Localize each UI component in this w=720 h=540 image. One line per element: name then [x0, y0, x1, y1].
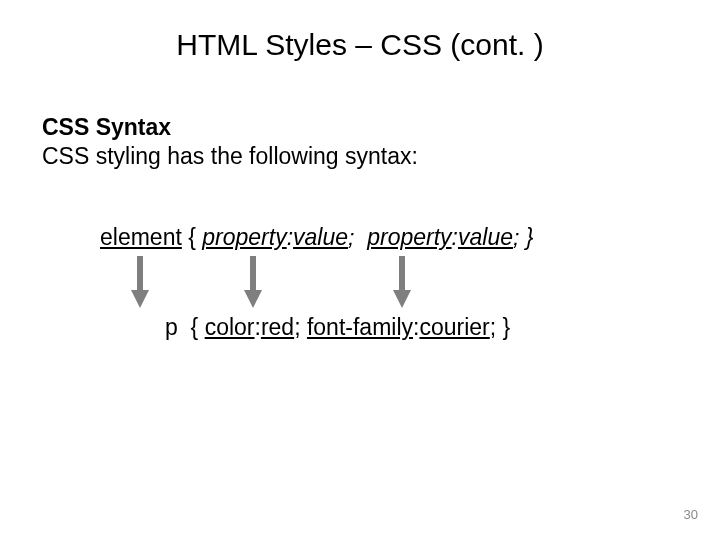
- svg-rect-4: [399, 256, 405, 290]
- svg-marker-1: [131, 290, 149, 308]
- svg-rect-2: [250, 256, 256, 290]
- example-decl2-prop: font-family: [307, 314, 413, 340]
- syntax-val2: value: [458, 224, 513, 250]
- example-close-brace: }: [503, 314, 511, 340]
- section-heading: CSS Syntax: [42, 114, 171, 140]
- example-decl2-val: courier: [419, 314, 489, 340]
- page-number: 30: [684, 507, 698, 522]
- syntax-semi2: ;: [513, 224, 519, 250]
- example-decl2-semi: ;: [490, 314, 496, 340]
- arrow-down-icon: [244, 256, 262, 308]
- syntax-val1: value: [293, 224, 348, 250]
- syntax-close-brace: }: [526, 224, 534, 250]
- syntax-open-brace: {: [188, 224, 196, 250]
- syntax-element: element: [100, 224, 182, 250]
- svg-marker-5: [393, 290, 411, 308]
- slide: HTML Styles – CSS (cont. ) CSS Syntax CS…: [0, 0, 720, 540]
- example-decl1-val: red: [261, 314, 294, 340]
- body-text: CSS Syntax CSS styling has the following…: [42, 113, 418, 171]
- svg-rect-0: [137, 256, 143, 290]
- arrow-down-icon: [393, 256, 411, 308]
- example-decl1-semi: ;: [294, 314, 300, 340]
- syntax-prop1: property: [202, 224, 286, 250]
- example-decl1-prop: color: [205, 314, 255, 340]
- syntax-template: element { property:value; property:value…: [100, 224, 533, 251]
- page-title: HTML Styles – CSS (cont. ): [0, 28, 720, 62]
- syntax-example: p { color:red; font-family:courier; }: [165, 314, 510, 341]
- example-open-brace: {: [191, 314, 199, 340]
- syntax-prop2: property: [367, 224, 451, 250]
- example-element: p: [165, 314, 178, 340]
- intro-text: CSS styling has the following syntax:: [42, 143, 418, 169]
- syntax-semi1: ;: [348, 224, 354, 250]
- arrow-down-icon: [131, 256, 149, 308]
- svg-marker-3: [244, 290, 262, 308]
